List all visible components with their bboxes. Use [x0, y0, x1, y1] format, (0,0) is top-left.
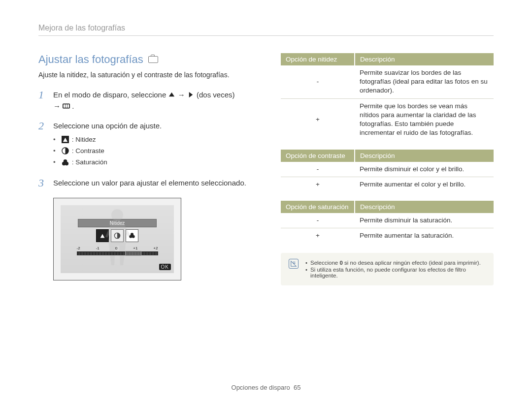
note-box: Seleccione 0 si no desea aplicar ningún …	[281, 253, 494, 285]
table-header: Descripción	[355, 150, 494, 162]
svg-point-12	[111, 209, 123, 221]
bullet-contrast-label: : Contraste	[72, 146, 104, 156]
saturation-table: Opción de saturación Descripción - Permi…	[281, 201, 494, 243]
note-item: Si utiliza esta función, no puede config…	[305, 267, 486, 278]
table-row: - Permite suavizar los bordes de las fot…	[281, 65, 494, 98]
step-number: 1	[38, 90, 47, 112]
arrow-icon: →	[53, 102, 63, 110]
table-header: Opción de nitidez	[281, 53, 355, 65]
step-1: 1 En el modo de disparo, seleccione → (d…	[38, 90, 251, 112]
step-1-text-mid: (dos veces)	[197, 91, 235, 99]
table-row: + Permite aumentar la saturación.	[281, 228, 494, 244]
step-1-text-before: En el modo de disparo, seleccione	[53, 91, 168, 99]
step-3-text: Seleccione un valor para ajustar el elem…	[53, 179, 246, 187]
table-cell: Permite disminuir el color y el brillo.	[355, 162, 494, 177]
bullet-sharpness: : Nitidez	[53, 135, 251, 145]
bullet-contrast: : Contraste	[53, 146, 251, 156]
table-cell: -	[281, 213, 355, 228]
footer-page-number: 65	[294, 384, 300, 391]
footer-label: Opciones de disparo	[232, 384, 290, 391]
table-cell: Permite aumentar la saturación.	[355, 228, 494, 244]
contrast-icon	[62, 147, 69, 154]
table-header: Opción de saturación	[281, 201, 355, 213]
sharpness-table: Opción de nitidez Descripción - Permite …	[281, 53, 494, 141]
contrast-table: Opción de contraste Descripción - Permit…	[281, 150, 494, 192]
scale-label: -2	[77, 246, 80, 250]
table-header: Descripción	[355, 53, 494, 65]
table-cell: -	[281, 162, 355, 177]
breadcrumb: Mejora de las fotografías	[38, 24, 494, 36]
section-subtitle: Ajuste la nitidez, la saturación y el co…	[38, 71, 251, 79]
right-chevron-icon	[187, 91, 195, 98]
steps-list: 1 En el modo de disparo, seleccione → (d…	[38, 90, 251, 189]
table-header: Descripción	[355, 201, 494, 213]
scale-label: +2	[153, 246, 158, 250]
ok-button[interactable]: OK	[159, 264, 171, 270]
table-row: + Permite que los bordes se vean más nít…	[281, 98, 494, 140]
arrow-icon: →	[178, 91, 187, 99]
note-list: Seleccione 0 si no desea aplicar ningún …	[305, 259, 486, 279]
table-cell: Permite aumentar el color y el brillo.	[355, 177, 494, 192]
camera-mode-icon	[148, 56, 158, 63]
svg-rect-4	[66, 104, 67, 108]
step-3: 3 Seleccione un valor para ajustar el el…	[38, 178, 251, 189]
table-cell: Permite que los bordes se vean más nítid…	[355, 98, 494, 140]
left-column: Ajustar las fotografías Ajuste la nitide…	[38, 53, 251, 285]
note-text-pre: Si utiliza esta función, no puede config…	[310, 267, 466, 278]
bullet-saturation-label: : Saturación	[72, 157, 107, 167]
table-cell: Permite suavizar los bordes de las fotog…	[355, 65, 494, 98]
step-1-text-after: .	[72, 102, 74, 110]
svg-point-11	[63, 159, 67, 163]
bullet-sharpness-label: : Nitidez	[72, 135, 96, 145]
saturation-icon	[62, 159, 69, 166]
table-header: Opción de contraste	[281, 150, 355, 162]
table-cell: +	[281, 98, 355, 140]
section-title: Ajustar las fotografías	[38, 53, 251, 66]
adjust-panel-icon	[63, 102, 70, 110]
right-column: Opción de nitidez Descripción - Permite …	[281, 53, 494, 285]
scale-track[interactable]	[77, 251, 158, 255]
step-number: 3	[38, 178, 47, 189]
sharpness-icon	[62, 136, 69, 143]
svg-rect-3	[64, 104, 65, 108]
svg-rect-5	[67, 104, 69, 108]
note-icon	[289, 259, 299, 269]
step-number: 2	[38, 121, 47, 169]
table-cell: +	[281, 228, 355, 244]
step-2: 2 Seleccione una opción de ajuste. : Nit…	[38, 121, 251, 169]
page-footer: Opciones de disparo 65	[0, 384, 532, 391]
table-row: + Permite aumentar el color y el brillo.	[281, 177, 494, 192]
section-title-text: Ajustar las fotografías	[38, 53, 143, 66]
table-cell: -	[281, 65, 355, 98]
up-arrow-icon	[168, 91, 175, 98]
svg-marker-0	[169, 93, 174, 96]
person-silhouette-icon	[98, 206, 137, 265]
table-cell: +	[281, 177, 355, 192]
table-row: - Permite disminuir el color y el brillo…	[281, 162, 494, 177]
bullet-saturation: : Saturación	[53, 157, 251, 167]
camera-display-frame: Nitidez -2	[53, 198, 181, 280]
table-cell: Permite disminuir la saturación.	[355, 213, 494, 228]
scale-selection	[125, 251, 141, 256]
svg-marker-1	[189, 92, 193, 97]
note-text-post: si no desea aplicar ningún efecto (ideal…	[343, 260, 481, 266]
table-row: - Permite disminuir la saturación.	[281, 213, 494, 228]
note-text-pre: Seleccione	[310, 260, 339, 266]
step-2-text: Seleccione una opción de ajuste.	[53, 122, 162, 130]
note-item: Seleccione 0 si no desea aplicar ningún …	[305, 260, 486, 266]
